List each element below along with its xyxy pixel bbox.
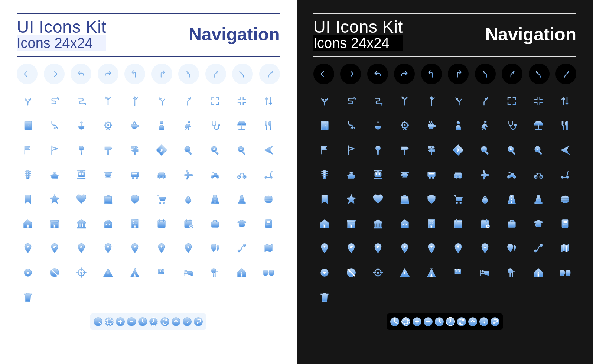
diamond-sign-icon bbox=[154, 143, 169, 157]
undo-icon bbox=[71, 64, 91, 84]
target-icon bbox=[317, 265, 332, 280]
slight-left-icon bbox=[451, 94, 466, 108]
cart-icon bbox=[451, 192, 466, 207]
expand-icon bbox=[504, 94, 519, 108]
door-icon bbox=[20, 118, 35, 133]
turn-right-icon bbox=[151, 64, 172, 84]
plane-icon bbox=[181, 167, 196, 182]
crosshair-icon bbox=[74, 265, 89, 280]
camping-icon bbox=[424, 265, 439, 280]
heart-icon bbox=[74, 192, 89, 207]
arrow-left-icon bbox=[313, 64, 334, 84]
warning-icon bbox=[397, 265, 412, 280]
tram-icon bbox=[371, 167, 385, 182]
search-icon bbox=[478, 143, 492, 157]
route-icon bbox=[234, 241, 249, 256]
masks-icon bbox=[558, 265, 573, 280]
bookmark-icon bbox=[20, 192, 35, 207]
bear-left-icon bbox=[178, 64, 199, 84]
header: UI Icons Kit Icons 24x24 Navigation bbox=[313, 17, 577, 51]
minus-circle-icon bbox=[126, 314, 137, 329]
bear-right-icon bbox=[502, 64, 522, 84]
calendar-add-icon bbox=[478, 216, 492, 231]
star-icon bbox=[344, 192, 359, 207]
calendar-icon bbox=[154, 216, 169, 231]
circled-arrow-row bbox=[17, 64, 280, 84]
store-icon bbox=[47, 216, 62, 231]
pin-group-icon bbox=[504, 241, 519, 256]
plane-icon bbox=[478, 167, 492, 182]
pin-add-icon bbox=[397, 241, 412, 256]
redo-icon bbox=[394, 64, 415, 84]
bus-icon bbox=[127, 167, 142, 182]
arrow-right-icon bbox=[44, 64, 65, 84]
bear-right-icon bbox=[205, 64, 226, 84]
restaurant-icon bbox=[261, 118, 276, 133]
motorcycle-icon bbox=[208, 167, 222, 182]
pin-user-icon bbox=[478, 241, 492, 256]
crosshair-icon bbox=[371, 265, 385, 280]
panel-dark: UI Icons Kit Icons 24x24 Navigation bbox=[297, 0, 593, 364]
search-icon bbox=[181, 143, 196, 157]
target-icon bbox=[20, 265, 35, 280]
pin-icon bbox=[317, 241, 332, 256]
send-icon bbox=[261, 143, 276, 157]
route-icon bbox=[531, 241, 546, 256]
cone-icon bbox=[234, 192, 249, 207]
atm-icon bbox=[558, 216, 573, 231]
kit-title: UI Icons Kit bbox=[313, 17, 403, 37]
pin-round-icon bbox=[74, 143, 89, 157]
person-icon bbox=[154, 118, 169, 133]
turn-right-icon bbox=[448, 64, 469, 84]
park-icon bbox=[504, 265, 519, 280]
ship-icon bbox=[344, 167, 359, 182]
zoom-out-icon bbox=[531, 143, 546, 157]
collapse-icon bbox=[531, 94, 546, 108]
pin-icon bbox=[20, 241, 35, 256]
flag-outline-icon bbox=[47, 143, 62, 157]
calendar-icon bbox=[451, 216, 466, 231]
swap-vertical-icon bbox=[261, 94, 276, 108]
flag-checkered-icon bbox=[451, 265, 466, 280]
arrow-right-icon bbox=[340, 64, 361, 84]
header: UI Icons Kit Icons 24x24 Navigation bbox=[17, 17, 280, 51]
scooter-icon bbox=[261, 167, 276, 182]
pin-remove-icon bbox=[127, 241, 142, 256]
icon-grid-dark bbox=[313, 90, 577, 353]
split-road-icon bbox=[317, 94, 332, 108]
coffee-icon bbox=[424, 118, 439, 133]
car-icon bbox=[451, 167, 466, 182]
flag-outline-icon bbox=[344, 143, 359, 157]
s-curve-icon bbox=[371, 94, 385, 108]
highlight-row bbox=[90, 313, 206, 330]
masks-icon bbox=[261, 265, 276, 280]
home-arrow-icon bbox=[531, 265, 546, 280]
fork-straight-icon bbox=[127, 94, 142, 108]
icon-grid-light bbox=[17, 90, 280, 353]
kettlebell-icon bbox=[181, 192, 196, 207]
umbrella-icon bbox=[531, 118, 546, 133]
fork-straight-icon bbox=[424, 94, 439, 108]
fountain-icon bbox=[371, 118, 385, 133]
rule-top bbox=[17, 13, 280, 14]
traffic-light-icon bbox=[317, 167, 332, 182]
curve-left-icon bbox=[232, 64, 253, 84]
bank-icon bbox=[371, 216, 385, 231]
kit-subtitle: Icons 24x24 bbox=[17, 35, 106, 51]
school-icon bbox=[101, 216, 115, 231]
send-icon bbox=[558, 143, 573, 157]
flag-solid-icon bbox=[317, 143, 332, 157]
navigate-circle-icon bbox=[478, 314, 489, 329]
road-icon bbox=[208, 192, 222, 207]
pin-remove-icon bbox=[424, 241, 439, 256]
arrow-left-icon bbox=[17, 64, 38, 84]
restaurant-icon bbox=[558, 118, 573, 133]
park-icon bbox=[208, 265, 222, 280]
road-icon bbox=[504, 192, 519, 207]
camping-icon bbox=[127, 265, 142, 280]
pie-icon bbox=[92, 314, 104, 329]
helicopter-icon bbox=[101, 167, 115, 182]
map-icon bbox=[558, 241, 573, 256]
kit-subtitle: Icons 24x24 bbox=[313, 35, 403, 51]
signpost-right-icon bbox=[101, 143, 115, 157]
